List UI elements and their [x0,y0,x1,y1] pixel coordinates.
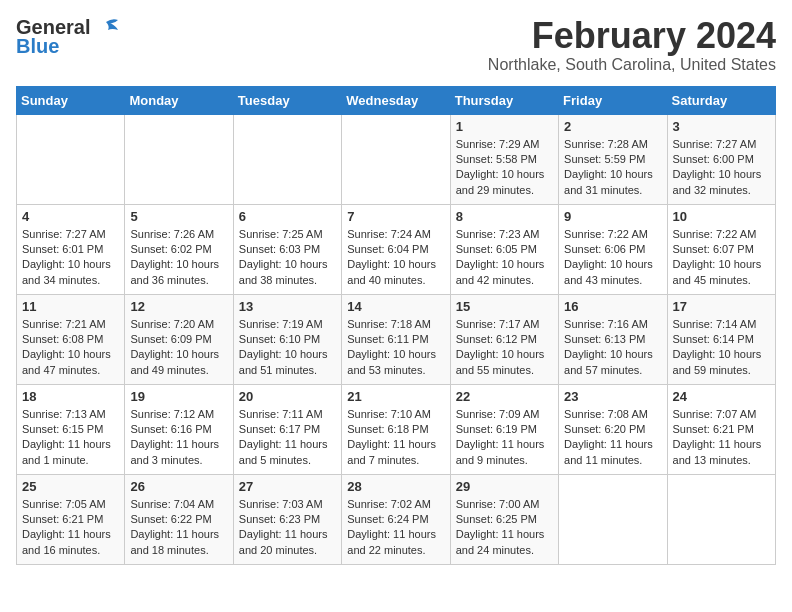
calendar-cell [233,114,341,204]
day-number: 12 [130,299,227,314]
day-info: Sunrise: 7:09 AMSunset: 6:19 PMDaylight:… [456,407,553,469]
day-number: 23 [564,389,661,404]
day-number: 15 [456,299,553,314]
calendar-cell: 5Sunrise: 7:26 AMSunset: 6:02 PMDaylight… [125,204,233,294]
day-number: 26 [130,479,227,494]
day-number: 3 [673,119,770,134]
day-info: Sunrise: 7:13 AMSunset: 6:15 PMDaylight:… [22,407,119,469]
day-number: 28 [347,479,444,494]
day-number: 17 [673,299,770,314]
day-number: 6 [239,209,336,224]
calendar-cell: 10Sunrise: 7:22 AMSunset: 6:07 PMDayligh… [667,204,775,294]
calendar-cell: 26Sunrise: 7:04 AMSunset: 6:22 PMDayligh… [125,474,233,564]
day-info: Sunrise: 7:25 AMSunset: 6:03 PMDaylight:… [239,227,336,289]
day-number: 16 [564,299,661,314]
day-number: 21 [347,389,444,404]
calendar-cell: 11Sunrise: 7:21 AMSunset: 6:08 PMDayligh… [17,294,125,384]
calendar-cell: 12Sunrise: 7:20 AMSunset: 6:09 PMDayligh… [125,294,233,384]
day-info: Sunrise: 7:27 AMSunset: 6:01 PMDaylight:… [22,227,119,289]
calendar-body: 1Sunrise: 7:29 AMSunset: 5:58 PMDaylight… [17,114,776,564]
calendar-cell: 19Sunrise: 7:12 AMSunset: 6:16 PMDayligh… [125,384,233,474]
day-info: Sunrise: 7:07 AMSunset: 6:21 PMDaylight:… [673,407,770,469]
weekday-header-friday: Friday [559,86,667,114]
calendar-cell: 14Sunrise: 7:18 AMSunset: 6:11 PMDayligh… [342,294,450,384]
weekday-header-monday: Monday [125,86,233,114]
day-number: 18 [22,389,119,404]
day-info: Sunrise: 7:21 AMSunset: 6:08 PMDaylight:… [22,317,119,379]
day-info: Sunrise: 7:23 AMSunset: 6:05 PMDaylight:… [456,227,553,289]
day-info: Sunrise: 7:08 AMSunset: 6:20 PMDaylight:… [564,407,661,469]
calendar-week-1: 1Sunrise: 7:29 AMSunset: 5:58 PMDaylight… [17,114,776,204]
day-number: 19 [130,389,227,404]
day-info: Sunrise: 7:14 AMSunset: 6:14 PMDaylight:… [673,317,770,379]
calendar-week-4: 18Sunrise: 7:13 AMSunset: 6:15 PMDayligh… [17,384,776,474]
calendar-cell: 16Sunrise: 7:16 AMSunset: 6:13 PMDayligh… [559,294,667,384]
calendar-cell [667,474,775,564]
day-info: Sunrise: 7:22 AMSunset: 6:07 PMDaylight:… [673,227,770,289]
page-header: General Blue February 2024 Northlake, So… [16,16,776,74]
calendar-cell: 3Sunrise: 7:27 AMSunset: 6:00 PMDaylight… [667,114,775,204]
day-number: 4 [22,209,119,224]
calendar-cell: 13Sunrise: 7:19 AMSunset: 6:10 PMDayligh… [233,294,341,384]
day-info: Sunrise: 7:22 AMSunset: 6:06 PMDaylight:… [564,227,661,289]
day-number: 13 [239,299,336,314]
logo-bird-icon [92,18,120,38]
day-info: Sunrise: 7:17 AMSunset: 6:12 PMDaylight:… [456,317,553,379]
day-number: 25 [22,479,119,494]
day-number: 5 [130,209,227,224]
day-info: Sunrise: 7:19 AMSunset: 6:10 PMDaylight:… [239,317,336,379]
weekday-header-thursday: Thursday [450,86,558,114]
day-number: 10 [673,209,770,224]
calendar-week-5: 25Sunrise: 7:05 AMSunset: 6:21 PMDayligh… [17,474,776,564]
calendar-cell [342,114,450,204]
day-number: 9 [564,209,661,224]
day-info: Sunrise: 7:18 AMSunset: 6:11 PMDaylight:… [347,317,444,379]
day-number: 8 [456,209,553,224]
calendar-cell: 23Sunrise: 7:08 AMSunset: 6:20 PMDayligh… [559,384,667,474]
day-info: Sunrise: 7:03 AMSunset: 6:23 PMDaylight:… [239,497,336,559]
day-info: Sunrise: 7:16 AMSunset: 6:13 PMDaylight:… [564,317,661,379]
calendar-cell: 25Sunrise: 7:05 AMSunset: 6:21 PMDayligh… [17,474,125,564]
calendar-cell: 15Sunrise: 7:17 AMSunset: 6:12 PMDayligh… [450,294,558,384]
day-number: 29 [456,479,553,494]
calendar-cell: 6Sunrise: 7:25 AMSunset: 6:03 PMDaylight… [233,204,341,294]
logo-blue: Blue [16,35,59,58]
calendar-cell: 2Sunrise: 7:28 AMSunset: 5:59 PMDaylight… [559,114,667,204]
calendar-cell: 17Sunrise: 7:14 AMSunset: 6:14 PMDayligh… [667,294,775,384]
calendar-cell [17,114,125,204]
day-info: Sunrise: 7:29 AMSunset: 5:58 PMDaylight:… [456,137,553,199]
day-info: Sunrise: 7:24 AMSunset: 6:04 PMDaylight:… [347,227,444,289]
calendar-table: SundayMondayTuesdayWednesdayThursdayFrid… [16,86,776,565]
weekday-header-saturday: Saturday [667,86,775,114]
weekday-header-sunday: Sunday [17,86,125,114]
calendar-cell: 29Sunrise: 7:00 AMSunset: 6:25 PMDayligh… [450,474,558,564]
calendar-cell: 21Sunrise: 7:10 AMSunset: 6:18 PMDayligh… [342,384,450,474]
calendar-cell: 7Sunrise: 7:24 AMSunset: 6:04 PMDaylight… [342,204,450,294]
calendar-cell: 1Sunrise: 7:29 AMSunset: 5:58 PMDaylight… [450,114,558,204]
day-info: Sunrise: 7:05 AMSunset: 6:21 PMDaylight:… [22,497,119,559]
calendar-cell: 28Sunrise: 7:02 AMSunset: 6:24 PMDayligh… [342,474,450,564]
calendar-cell [125,114,233,204]
month-title: February 2024 [488,16,776,56]
day-number: 14 [347,299,444,314]
day-info: Sunrise: 7:11 AMSunset: 6:17 PMDaylight:… [239,407,336,469]
calendar-cell: 27Sunrise: 7:03 AMSunset: 6:23 PMDayligh… [233,474,341,564]
calendar-cell: 9Sunrise: 7:22 AMSunset: 6:06 PMDaylight… [559,204,667,294]
day-info: Sunrise: 7:12 AMSunset: 6:16 PMDaylight:… [130,407,227,469]
day-number: 20 [239,389,336,404]
day-info: Sunrise: 7:00 AMSunset: 6:25 PMDaylight:… [456,497,553,559]
day-number: 22 [456,389,553,404]
day-number: 24 [673,389,770,404]
day-number: 7 [347,209,444,224]
calendar-cell: 4Sunrise: 7:27 AMSunset: 6:01 PMDaylight… [17,204,125,294]
day-info: Sunrise: 7:04 AMSunset: 6:22 PMDaylight:… [130,497,227,559]
title-block: February 2024 Northlake, South Carolina,… [488,16,776,74]
day-info: Sunrise: 7:02 AMSunset: 6:24 PMDaylight:… [347,497,444,559]
day-number: 27 [239,479,336,494]
calendar-week-2: 4Sunrise: 7:27 AMSunset: 6:01 PMDaylight… [17,204,776,294]
day-number: 11 [22,299,119,314]
day-info: Sunrise: 7:26 AMSunset: 6:02 PMDaylight:… [130,227,227,289]
day-info: Sunrise: 7:20 AMSunset: 6:09 PMDaylight:… [130,317,227,379]
calendar-cell [559,474,667,564]
logo: General Blue [16,16,120,58]
